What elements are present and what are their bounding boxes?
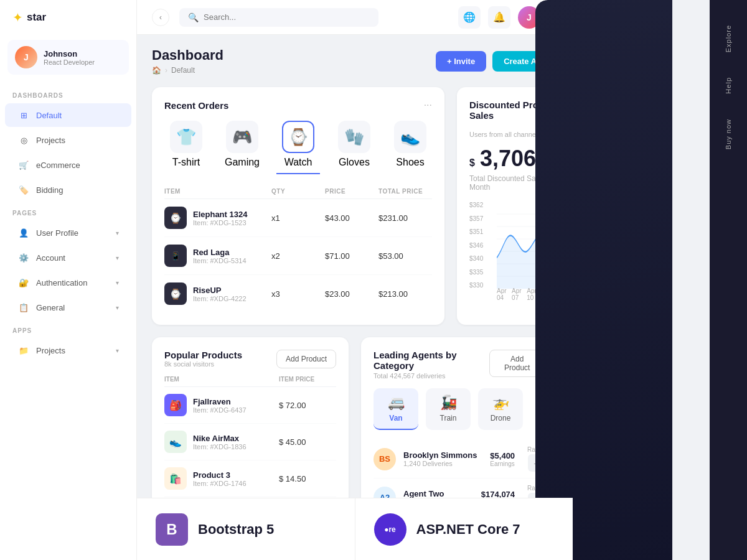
sidebar: ✦ star J Johnson React Developer DASHBOA… — [0, 0, 137, 560]
sidebar-item-label: Account — [36, 253, 65, 263]
sidebar-item-default[interactable]: ⊞ Default — [5, 103, 131, 127]
popular-products-card: Popular Products 8k social visitors Add … — [152, 337, 349, 498]
sidebar-item-account[interactable]: ⚙️ Account ▾ — [5, 246, 131, 269]
ecommerce-icon: 🛒 — [17, 159, 30, 171]
globe-icon-button[interactable]: 🌐 — [458, 6, 481, 29]
price: $23.00 — [325, 289, 378, 299]
item-thumbnail: 📱 — [164, 245, 187, 267]
gloves-icon: 🧤 — [338, 121, 370, 153]
popular-products-title: Popular Products — [164, 350, 242, 360]
help-button[interactable]: Help — [725, 65, 732, 106]
shoes-icon: 👟 — [394, 121, 426, 153]
leading-agents-title: Leading Agents by Category — [374, 350, 489, 371]
cat-tab-label: Train — [440, 414, 457, 422]
folder-icon: 📁 — [17, 344, 30, 357]
section-dashboards-label: DASHBOARDS — [0, 85, 136, 103]
item-thumbnail: 👟 — [164, 431, 187, 453]
bootstrap-icon: B — [156, 513, 188, 546]
popular-products-subtitle: 8k social visitors — [164, 360, 242, 368]
user-profile-card[interactable]: J Johnson React Developer — [7, 40, 129, 75]
bootstrap-text: Bootstrap 5 — [198, 521, 274, 538]
sidebar-item-projects[interactable]: ◎ Projects — [5, 128, 131, 152]
aspnet-banner[interactable]: ●re ASP.NET Core 7 — [355, 498, 573, 560]
sidebar-item-bidding[interactable]: 🏷️ Bidding — [5, 178, 131, 202]
item-thumbnail: 🎒 — [164, 394, 187, 416]
topbar: ‹ 🔍 🌐 🔔 J → — [137, 0, 573, 35]
sidebar-item-user-profile[interactable]: 👤 User Profile ▾ — [5, 221, 131, 245]
aspnet-text: ASP.NET Core 7 — [416, 521, 520, 538]
search-input[interactable] — [204, 12, 370, 22]
popular-products-header: Popular Products 8k social visitors Add … — [164, 350, 336, 368]
aspnet-icon: ●re — [374, 513, 406, 546]
cat-tab-train[interactable]: 🚂 Train — [426, 388, 471, 430]
notification-icon-button[interactable]: 🔔 — [488, 6, 510, 29]
total-price: $213.00 — [378, 289, 432, 299]
agent-earnings-label: Earnings — [490, 460, 515, 467]
category-tabs: 🚐 Van 🚂 Train 🚁 Drone — [374, 388, 545, 430]
item-name: Red Laga — [193, 248, 247, 257]
breadcrumb: 🏠 › Default — [152, 66, 223, 75]
order-tabs: 👕 T-shirt 🎮 Gaming ⌚ Watch 🧤 — [164, 121, 432, 174]
chevron-down-icon: ▾ — [116, 304, 119, 311]
recent-orders-card: Recent Orders ··· 👕 T-shirt 🎮 Gaming — [152, 87, 444, 325]
item-price: $ 72.00 — [279, 401, 336, 410]
auth-icon: 🔐 — [17, 276, 30, 289]
grid-icon: ⊞ — [17, 109, 30, 121]
sidebar-item-projects-app[interactable]: 📁 Projects ▾ — [5, 338, 131, 362]
cat-tab-van[interactable]: 🚐 Van — [374, 388, 418, 430]
user-name: Johnson — [44, 49, 95, 58]
main-wrapper: ‹ 🔍 🌐 🔔 J → Dashboard 🏠 › — [137, 0, 747, 560]
leading-agents-card: Leading Agents by Category Total 424,567… — [361, 337, 558, 498]
qty: x2 — [271, 251, 325, 261]
explore-button[interactable]: Explore — [725, 12, 732, 65]
tab-label: Gaming — [225, 157, 260, 168]
chart-y-labels: $362 $357 $351 $346 $340 $335 $330 — [469, 202, 494, 289]
sidebar-item-general[interactable]: 📋 General ▾ — [5, 296, 131, 319]
tshirt-icon: 👕 — [170, 121, 202, 153]
tab-tshirt[interactable]: 👕 T-shirt — [164, 121, 208, 174]
buy-now-button[interactable]: Buy now — [725, 106, 732, 162]
train-icon: 🚂 — [440, 394, 457, 411]
sidebar-item-label: General — [36, 303, 65, 312]
general-icon: 📋 — [17, 301, 30, 314]
invite-button[interactable]: + Invite — [436, 51, 486, 72]
item-thumbnail: ⌚ — [164, 282, 187, 305]
agent-earnings-amount: $174,074 — [481, 490, 515, 498]
search-bar[interactable]: 🔍 — [179, 8, 378, 27]
total-price: $53.00 — [378, 251, 432, 261]
tab-watch[interactable]: ⌚ Watch — [276, 121, 320, 174]
more-options-icon[interactable]: ··· — [424, 100, 432, 111]
logo-star-icon: ✦ — [12, 10, 23, 25]
tab-gaming[interactable]: 🎮 Gaming — [220, 121, 264, 174]
cat-tab-drone[interactable]: 🚁 Drone — [478, 388, 523, 430]
item-sku: Item: #XDG-1746 — [193, 480, 247, 487]
tab-gloves[interactable]: 🧤 Gloves — [332, 121, 376, 174]
products-table-header: ITEM ITEM PRICE — [164, 372, 336, 387]
price: $71.00 — [325, 251, 378, 261]
van-icon: 🚐 — [388, 394, 405, 411]
bootstrap-banner[interactable]: B Bootstrap 5 — [137, 498, 355, 560]
breadcrumb-current: Default — [171, 66, 195, 75]
tab-shoes[interactable]: 👟 Shoes — [388, 121, 432, 174]
logo: ✦ star — [0, 0, 136, 35]
table-row: ⌚ RiseUP Item: #XDG-4222 x3 $23.00 $213.… — [164, 275, 432, 312]
promo-banners: B Bootstrap 5 ●re ASP.NET Core 7 — [137, 498, 573, 560]
bidding-icon: 🏷️ — [17, 184, 30, 196]
price: $43.00 — [325, 213, 378, 223]
qty: x3 — [271, 289, 325, 299]
recent-orders-title: Recent Orders — [164, 100, 228, 111]
gaming-icon: 🎮 — [226, 121, 258, 153]
chevron-down-icon: ▾ — [116, 254, 119, 261]
agent-avatar: A2 — [374, 487, 396, 498]
sidebar-collapse-button[interactable]: ‹ — [152, 9, 169, 26]
item-name: RiseUP — [193, 286, 247, 295]
bottom-row: Popular Products 8k social visitors Add … — [152, 337, 558, 498]
add-product-button[interactable]: Add Product — [276, 350, 336, 368]
home-icon[interactable]: 🏠 — [152, 66, 161, 75]
qty: x1 — [271, 213, 325, 223]
sidebar-item-authentication[interactable]: 🔐 Authentication ▾ — [5, 271, 131, 294]
sidebar-item-ecommerce[interactable]: 🛒 eCommerce — [5, 153, 131, 177]
list-item: 👟 Nike AirMax Item: #XDG-1836 $ 45.00 — [164, 424, 336, 460]
cat-tab-label: Drone — [491, 414, 511, 422]
agent-name: Brooklyn Simmons — [403, 450, 477, 460]
